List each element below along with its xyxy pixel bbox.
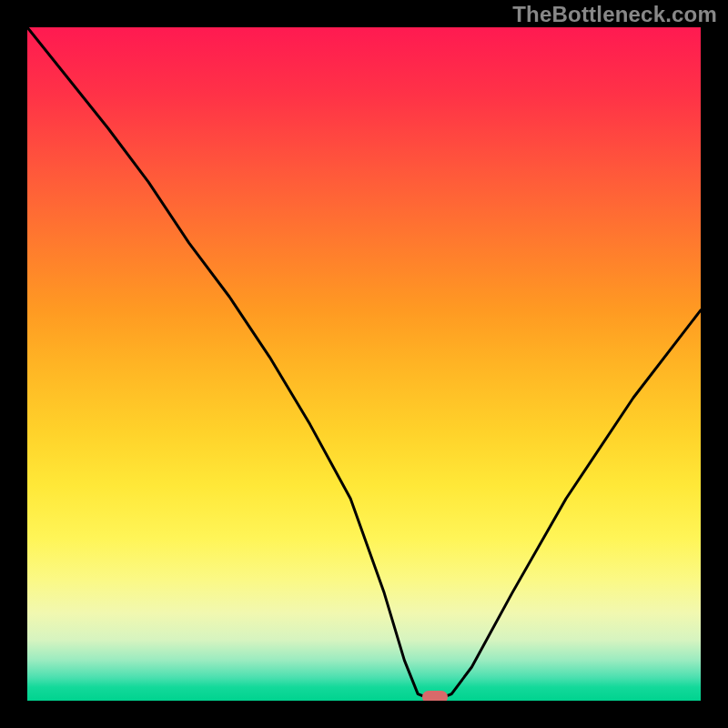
curve-svg [27, 27, 701, 701]
chart-frame: TheBottleneck.com [0, 0, 728, 728]
watermark-text: TheBottleneck.com [512, 2, 717, 27]
optimal-point-marker [422, 691, 448, 701]
bottleneck-curve [27, 27, 701, 701]
plot-area [27, 27, 701, 701]
